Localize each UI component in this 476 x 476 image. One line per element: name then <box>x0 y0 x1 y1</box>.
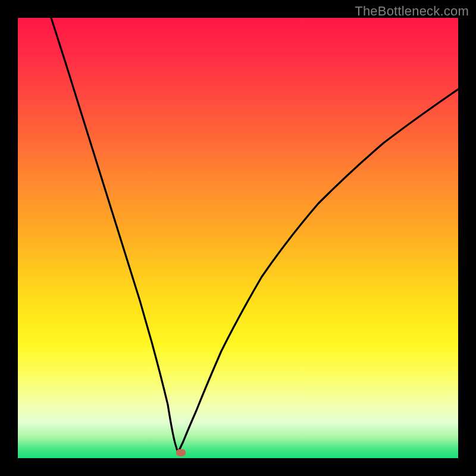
watermark-text: TheBottleneck.com <box>355 4 469 19</box>
bottleneck-curve <box>51 18 458 452</box>
optimal-point-marker <box>176 449 186 456</box>
chart-frame: TheBottleneck.com <box>0 0 476 476</box>
plot-area <box>18 18 458 458</box>
curve-layer <box>18 18 458 458</box>
